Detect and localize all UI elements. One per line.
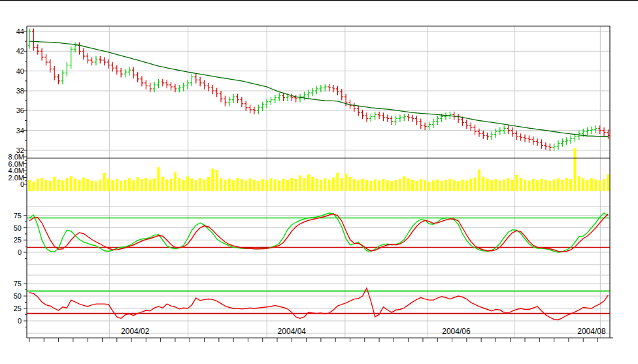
svg-text:2004/04: 2004/04: [278, 327, 307, 336]
svg-text:2004/02: 2004/02: [121, 327, 150, 336]
svg-text:0: 0: [18, 248, 22, 256]
svg-text:50: 50: [14, 224, 22, 232]
svg-text:38: 38: [16, 87, 24, 95]
svg-text:0: 0: [18, 317, 22, 325]
svg-text:25: 25: [14, 305, 22, 312]
svg-text:36: 36: [16, 107, 24, 114]
svg-text:34: 34: [16, 127, 24, 135]
stock-chart-canvas: 444240383634328.0M6.0M4.0M2.0M0755025075…: [0, 0, 638, 364]
stock-chart-window: 444240383634328.0M6.0M4.0M2.0M0755025075…: [0, 0, 638, 364]
svg-text:0: 0: [20, 180, 24, 188]
svg-text:44: 44: [16, 27, 24, 35]
svg-text:50: 50: [14, 292, 22, 300]
svg-text:75: 75: [14, 280, 22, 288]
svg-text:25: 25: [14, 236, 22, 244]
svg-text:75: 75: [14, 212, 22, 220]
svg-text:2004/06: 2004/06: [442, 327, 471, 336]
svg-text:42: 42: [16, 47, 24, 55]
svg-text:40: 40: [16, 67, 24, 75]
svg-text:2004/08: 2004/08: [577, 327, 606, 336]
